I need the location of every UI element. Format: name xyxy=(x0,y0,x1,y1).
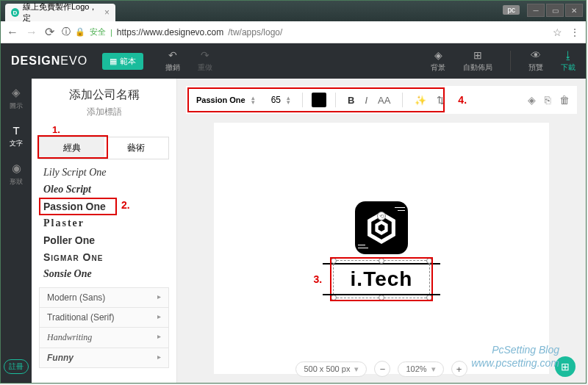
url-host: https://www.designevo.com xyxy=(117,27,223,37)
delete-icon[interactable]: 🗑 xyxy=(559,94,570,106)
grid-toggle-button[interactable]: ⊞ xyxy=(555,356,576,377)
zoom-out-button[interactable]: − xyxy=(374,361,390,377)
resize-handle[interactable] xyxy=(331,258,337,264)
effects-button[interactable]: ✨ xyxy=(412,95,429,106)
resize-handle[interactable] xyxy=(426,295,432,301)
font-panel: 添加公司名稱 添加標語 1. 經典 藝術 Lily Script One Ole… xyxy=(32,79,177,383)
tab-art[interactable]: 藝術 xyxy=(104,137,169,159)
bold-button[interactable]: B xyxy=(345,95,357,106)
stepper-icon: ▴▾ xyxy=(287,96,290,104)
font-passion-one[interactable]: Passion One xyxy=(43,201,165,212)
canvas-area: Passion One ▴▾ 65 ▴▾ B I AA ✨ ⇅ 4. ◈ xyxy=(177,79,586,383)
cat-modern[interactable]: Modern (Sans)▸ xyxy=(39,287,169,307)
resize-handle[interactable] xyxy=(331,295,337,301)
text-icon: T xyxy=(12,124,19,137)
font-poller-one[interactable]: Poller One xyxy=(43,234,165,246)
chevron-right-icon: ▸ xyxy=(157,332,161,343)
spacing-button[interactable]: ⇅ xyxy=(434,95,448,106)
tool-text[interactable]: T 文字 xyxy=(10,124,23,148)
chevron-right-icon: ▸ xyxy=(157,353,161,363)
redo-button[interactable]: ↷ 重做 xyxy=(198,49,212,73)
forward-button[interactable]: → xyxy=(26,26,37,39)
stepper-icon: ▴▾ xyxy=(251,96,255,104)
app-logo: DESIGNEVO xyxy=(11,54,87,68)
annotation-1: 1. xyxy=(52,124,169,135)
paint-icon: ◈ xyxy=(434,49,442,61)
cat-funny[interactable]: Funny▸ xyxy=(39,348,169,368)
lock-icon: 🔒 xyxy=(75,27,85,37)
logo-graphic[interactable] xyxy=(355,201,408,254)
tool-icon[interactable]: ◈ 圖示 xyxy=(10,86,23,111)
tab-title: 線上免費製作Logo，定 xyxy=(23,1,98,24)
bottom-bar: 500 x 500 px▾ − 102%▾ + xyxy=(177,361,586,377)
shape-icon: ◉ xyxy=(12,162,21,175)
undo-button[interactable]: ↶ 撤銷 xyxy=(165,49,180,73)
info-icon: ⓘ xyxy=(62,26,71,38)
annotation-2: 2. xyxy=(121,199,130,211)
menu-icon[interactable]: ⋮ xyxy=(570,26,580,38)
selection-box xyxy=(333,260,431,298)
add-company-button[interactable]: 添加公司名稱 xyxy=(39,87,169,103)
color-swatch[interactable] xyxy=(312,93,326,107)
background-button[interactable]: ◈ 背景 xyxy=(431,49,445,73)
resize-handle[interactable] xyxy=(379,258,384,264)
star-icon[interactable]: ☆ xyxy=(553,26,562,38)
zoom-in-button[interactable]: + xyxy=(451,361,467,377)
tool-shape[interactable]: ◉ 形狀 xyxy=(10,162,23,187)
url-field[interactable]: ⓘ 🔒 安全 | https://www.designevo.com/tw/ap… xyxy=(62,26,545,38)
canvas-size-select[interactable]: 500 x 500 px▾ xyxy=(295,361,367,377)
tab-close-icon[interactable]: × xyxy=(104,7,110,18)
reload-button[interactable]: ⟳ xyxy=(45,25,54,39)
autolayout-button[interactable]: ⊞ 自動佈局 xyxy=(463,49,492,73)
back-button[interactable]: ← xyxy=(7,26,18,39)
download-icon: ⭳ xyxy=(563,49,573,61)
cat-handwriting[interactable]: Handwriting▸ xyxy=(39,327,169,348)
font-oleo-script[interactable]: Oleo Script xyxy=(43,184,165,195)
undo-icon: ↶ xyxy=(168,49,177,61)
font-size-select[interactable]: 65 ▴▾ xyxy=(262,95,293,105)
annotation-4: 4. xyxy=(458,94,467,106)
font-lily-script[interactable]: Lily Script One xyxy=(43,167,165,179)
download-button[interactable]: ⭳ 下載 xyxy=(561,49,576,73)
address-bar: ← → ⟳ ⓘ 🔒 安全 | https://www.designevo.com… xyxy=(1,21,586,43)
left-toolbar: ◈ 圖示 T 文字 ◉ 形狀 註冊 xyxy=(1,79,32,383)
cat-traditional[interactable]: Traditional (Serif)▸ xyxy=(39,307,169,327)
zoom-level[interactable]: 102%▾ xyxy=(398,361,443,377)
register-button[interactable]: 註冊 xyxy=(4,359,29,374)
rotate-handle[interactable]: ⟲ xyxy=(377,212,386,220)
italic-button[interactable]: I xyxy=(362,95,370,106)
font-plaster[interactable]: Plaster xyxy=(43,217,165,229)
text-toolbar: Passion One ▴▾ 65 ▴▾ B I AA ✨ ⇅ 4. ◈ xyxy=(186,86,577,114)
font-sigmar-one[interactable]: Sigmar One xyxy=(43,251,165,263)
chevron-right-icon: ▸ xyxy=(157,312,161,323)
tab-classic[interactable]: 經典 xyxy=(40,137,104,159)
template-button[interactable]: ▦ 範本 xyxy=(102,53,143,70)
diamond-icon: ◈ xyxy=(12,86,21,99)
tab-favicon-icon: D xyxy=(11,8,19,17)
grid-icon: ▦ xyxy=(110,57,117,66)
redo-icon: ↷ xyxy=(201,49,209,61)
secure-label: 安全 xyxy=(90,26,106,37)
layout-icon: ⊞ xyxy=(473,49,482,61)
font-family-select[interactable]: Passion One ▴▾ xyxy=(193,96,258,104)
maximize-button[interactable]: ▭ xyxy=(546,4,564,17)
annotation-3: 3. xyxy=(314,273,323,285)
browser-tab[interactable]: D 線上免費製作Logo，定 × xyxy=(5,4,115,21)
logo-text-block[interactable]: ⟲ 3. i.Tech xyxy=(337,263,426,295)
window-titlebar: D 線上免費製作Logo，定 × pc ─ ▭ ✕ xyxy=(1,1,586,21)
add-slogan-button[interactable]: 添加標語 xyxy=(39,106,169,118)
caps-button[interactable]: AA xyxy=(375,95,393,106)
layers-icon[interactable]: ◈ xyxy=(528,94,536,106)
font-sonsie-one[interactable]: Sonsie One xyxy=(43,268,165,280)
copy-icon[interactable]: ⎘ xyxy=(545,94,551,106)
eye-icon: 👁 xyxy=(531,49,541,61)
chevron-right-icon: ▸ xyxy=(157,292,161,303)
minimize-button[interactable]: ─ xyxy=(527,4,545,17)
url-path: /tw/apps/logo/ xyxy=(228,27,282,37)
preview-button[interactable]: 👁 預覽 xyxy=(528,49,543,73)
logo-canvas[interactable]: ⟲ 3. i.Tech xyxy=(214,123,549,374)
app-header: DESIGNEVO ▦ 範本 ↶ 撤銷 ↷ 重做 ◈ 背景 ⊞ 自動佈局 xyxy=(1,43,586,79)
pc-badge: pc xyxy=(503,5,520,15)
close-button[interactable]: ✕ xyxy=(565,4,583,17)
resize-handle[interactable] xyxy=(379,295,384,301)
